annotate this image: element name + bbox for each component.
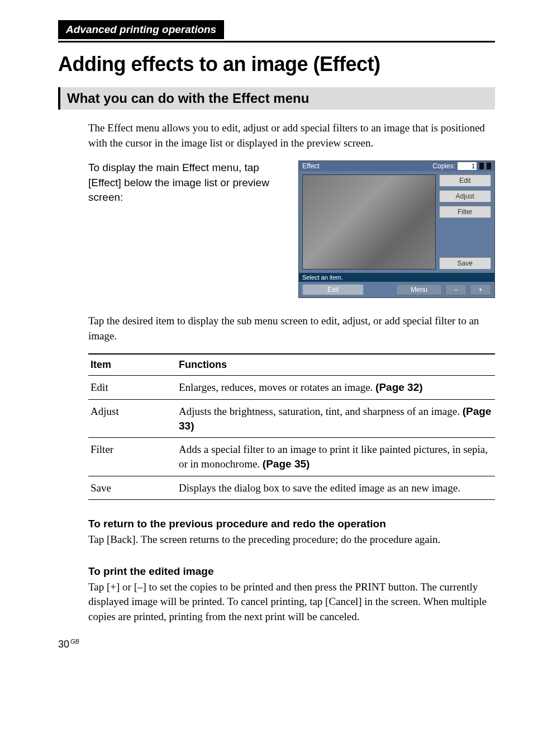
copies-label: Copies: xyxy=(432,162,455,170)
th-func: Functions xyxy=(177,354,495,376)
lead-paragraph: To display the main Effect menu, tap [Ef… xyxy=(88,160,287,205)
page-region: GB xyxy=(70,638,79,645)
copies-indicator-2 xyxy=(487,163,491,169)
cell-func: Adds a special filter to an image to pri… xyxy=(177,438,495,476)
table-row: Edit Enlarges, reduces, moves or rotates… xyxy=(88,376,495,400)
table-row: Adjust Adjusts the brightness, saturatio… xyxy=(88,400,495,438)
cell-item: Adjust xyxy=(88,400,177,438)
save-button[interactable]: Save xyxy=(439,257,491,270)
page-number: 30 xyxy=(58,639,69,650)
table-row: Filter Adds a special filter to an image… xyxy=(88,438,495,476)
section-header: Advanced printing operations xyxy=(58,20,224,39)
sub1-heading: To return to the previous procedure and … xyxy=(88,518,495,530)
copies-indicator-1 xyxy=(479,163,484,169)
cell-func: Displays the dialog box to save the edit… xyxy=(177,476,495,500)
table-row: Save Displays the dialog box to save the… xyxy=(88,476,495,500)
minus-button[interactable]: − xyxy=(445,284,467,295)
functions-table: Item Functions Edit Enlarges, reduces, m… xyxy=(88,353,495,500)
effect-menu-screenshot: Effect Copies: 1 Edit Adjust Filter xyxy=(298,160,495,298)
adjust-button[interactable]: Adjust xyxy=(439,190,491,202)
preview-image xyxy=(302,174,436,270)
copies-value: 1 xyxy=(458,162,477,170)
after-shot-paragraph: Tap the desired item to display the sub … xyxy=(88,314,495,343)
cell-item: Filter xyxy=(88,438,177,476)
page-title: Adding effects to an image (Effect) xyxy=(58,53,495,76)
filter-button[interactable]: Filter xyxy=(439,206,491,218)
th-item: Item xyxy=(88,354,177,376)
cell-func: Enlarges, reduces, moves or rotates an i… xyxy=(177,376,495,400)
plus-button[interactable]: + xyxy=(470,284,491,295)
subtitle-bar: What you can do with the Effect menu xyxy=(58,87,495,110)
scr-titlebar: Effect xyxy=(302,162,319,170)
edit-button[interactable]: Edit xyxy=(439,174,491,187)
cell-item: Save xyxy=(88,476,177,500)
exit-button[interactable]: Exit xyxy=(302,284,364,295)
cell-func: Adjusts the brightness, saturation, tint… xyxy=(177,400,495,438)
subtitle: What you can do with the Effect menu xyxy=(67,91,309,106)
intro-paragraph: The Effect menu allows you to edit, adju… xyxy=(88,121,495,150)
cell-item: Edit xyxy=(88,376,177,400)
sub2-heading: To print the edited image xyxy=(88,565,495,578)
sub2-paragraph: Tap [+] or [–] to set the copies to be p… xyxy=(88,580,495,625)
menu-button[interactable]: Menu xyxy=(396,284,442,295)
sub1-paragraph: Tap [Back]. The screen returns to the pr… xyxy=(88,532,495,547)
status-text: Select an item. xyxy=(299,273,494,282)
page-footer: 30GB xyxy=(58,638,495,650)
header-rule xyxy=(58,41,495,42)
